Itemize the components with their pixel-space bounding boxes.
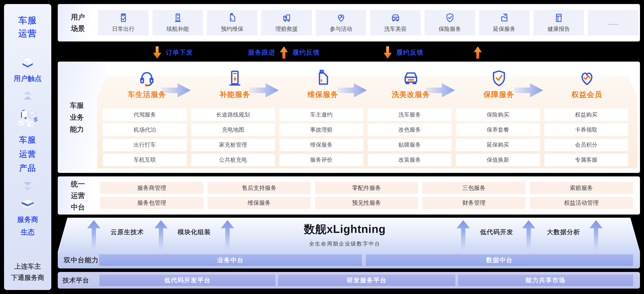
business-column-title: 车生活服务 (128, 90, 166, 100)
heart-pulse-icon (578, 69, 596, 88)
business-capability-panel: 车服 业务 能力 车生活服务 补能服务 (58, 62, 640, 173)
capability-cell: 事故理赔 (280, 124, 363, 136)
flow-label: 服务跟进 (248, 48, 275, 57)
scenario-card-label: 日常出行 (112, 25, 134, 33)
middleware-cell: 三包服务 (422, 182, 526, 194)
dual-platform-label: 双中台能力 (64, 256, 99, 264)
flow-label: 履约反馈 (396, 48, 424, 57)
scenario-card-health-report: 健康报告 (534, 10, 584, 36)
business-column-title: 保障服务 (484, 90, 514, 100)
scenario-card-label: 参与活动 (330, 25, 352, 33)
shield-check-icon (490, 69, 508, 88)
scenario-cards: 日常出行 续航补能 预约维保 (98, 4, 640, 42)
dual-middle-platform-band: 双中台能力 业务中台 数据中台 (58, 252, 640, 268)
base-platform: 云原生技术 模块化组装 数舰xLightning 全生命周期企业级数字中台 低代… (58, 218, 640, 288)
flow-service-follow-feedback: 服务跟进 履约反馈 (248, 44, 320, 61)
capability-cell: 专属客服 (544, 154, 628, 166)
arrow-up-icon (87, 220, 100, 250)
data-middle-platform-bar: 数据中台 (366, 254, 633, 266)
capability-market-bar: 能力共享市场 (458, 274, 633, 286)
middleware-cell: 索赔服务 (530, 182, 633, 194)
scenario-card-insurance: 保险服务 (424, 10, 475, 36)
arrow-down-icon (384, 46, 392, 58)
flow-fulfillment-feedback: 履约反馈 (384, 44, 424, 61)
capability-cell: 改色服务 (368, 124, 452, 136)
business-header-member-rights: 权益会员 (543, 69, 631, 109)
scenario-card-label: 健康报告 (548, 25, 570, 33)
sidebar-item-service-provider-ecosystem: 服务商 生态 (17, 213, 38, 238)
scenario-card-label: 洗车美容 (384, 25, 407, 33)
car-icon (402, 69, 420, 88)
scenario-card-range-recharge: 续航补能 (152, 10, 203, 36)
layered-box-icon (21, 199, 34, 211)
platform-capability-label: 模块化组装 (178, 228, 211, 236)
shield-check-icon (445, 13, 455, 23)
capability-cell: 贴膜服务 (368, 139, 452, 151)
capability-cell: 机场代泊 (103, 124, 187, 136)
sidebar-item-vehicle-service-product: 车服 运营 产品 (19, 133, 36, 175)
user-scenarios-panel: 用户 场景 日常出行 续航补能 (58, 4, 640, 42)
capability-cell: 保险购买 (456, 108, 540, 121)
capability-cell: 长途路线规划 (191, 108, 275, 121)
business-column-title: 补能服务 (220, 90, 250, 100)
platform-top-face: 云原生技术 模块化组装 数舰xLightning 全生命周期企业级数字中台 低代… (58, 218, 640, 252)
scenario-card-maintenance-booking: 预约维保 (207, 10, 258, 36)
capability-cell: 保养套餐 (456, 124, 540, 136)
sidebar-item-user-touchpoint: 用户触点 (14, 74, 42, 83)
arrow-up-icon (154, 220, 168, 250)
scenario-card-extended-warranty: 延保服务 (479, 10, 530, 36)
cubes-cluster-icon (16, 108, 39, 131)
flow-arrows-row: 订单下发 服务跟进 履约反馈 履约反馈 (0, 44, 644, 61)
arrow-down-icon (153, 46, 161, 58)
report-icon (554, 13, 564, 23)
scenario-card-activities: 参与活动 (316, 10, 366, 36)
user-scenarios-label: 用户 场景 (58, 4, 98, 42)
tech-platform-label: 技术平台 (63, 276, 89, 284)
unified-operation-panel: 统一 运营 中台 服务商管理 售后支持服务 零配件服务 三包服务 索赔服务 服务… (58, 176, 640, 214)
warranty-doc-icon (499, 13, 510, 23)
rescue-truck-icon (282, 13, 292, 23)
platform-capability-label: 云原生技术 (110, 228, 144, 236)
arrow-up-icon (522, 220, 535, 250)
business-middle-platform-bar: 业务中台 (99, 254, 362, 266)
middleware-cell: 维保服务 (208, 197, 311, 209)
scenario-card-label: 延保服务 (493, 25, 516, 33)
capability-cell: 代驾服务 (103, 108, 187, 121)
capability-cell: 保值换新 (456, 154, 540, 166)
flow-up-arrow-only (474, 44, 482, 61)
business-capability-cells: 代驾服务 机场代泊 出行打车 车机互联 长途路线规划 充电地图 家充桩管理 公共… (103, 108, 628, 166)
sidebar-title: 车服 运营 (18, 14, 37, 40)
unified-operation-cells: 服务商管理 售后支持服务 零配件服务 三包服务 索赔服务 服务包管理 维保服务 … (98, 176, 640, 214)
scenario-card-label: 保险服务 (439, 25, 461, 33)
business-column-title: 权益会员 (572, 90, 602, 100)
platform-title: 数舰xLightning (304, 222, 386, 237)
scenario-card-claims-rescue: 理赔救援 (261, 10, 312, 36)
platform-capability-label: 大数据分析 (547, 228, 580, 236)
heart-pulse-icon (336, 13, 346, 23)
capability-cell: 洗车服务 (368, 108, 452, 121)
platform-subtitle: 全生命周期企业级数字中台 (304, 240, 386, 248)
flow-label: 订单下发 (166, 48, 193, 57)
capability-cell: 会员积分 (544, 139, 628, 151)
platform-capability-label: 低代码开发 (480, 228, 513, 236)
scenario-card-daily-travel: 日常出行 (98, 10, 148, 36)
unified-operation-label: 统一 运营 中台 (58, 176, 98, 214)
arrow-up-icon (221, 220, 234, 250)
scenario-card-car-wash: 洗车美容 (370, 10, 421, 36)
business-column-title: 维保服务 (308, 90, 338, 100)
charging-pile-icon (173, 13, 183, 23)
capability-cell: 延保购买 (456, 139, 540, 151)
capability-cell: 家充桩管理 (191, 139, 275, 151)
lowcode-platform-bar: 低代码开发平台 (100, 274, 276, 286)
capability-cell: 权益购买 (544, 108, 628, 121)
flow-order-dispatch: 订单下发 (153, 44, 193, 61)
headset-icon (138, 69, 156, 88)
checklist-icon (118, 13, 128, 23)
platform-title-block: 数舰xLightning 全生命周期企业级数字中台 (304, 222, 386, 248)
scenario-card-label: 续航补能 (166, 25, 189, 33)
scenario-card-label: 预约维保 (221, 25, 244, 33)
flow-label: 履约反馈 (292, 48, 320, 57)
capability-cell: 维保服务 (280, 139, 363, 151)
arrow-up-icon (590, 220, 603, 250)
capability-cell: 改装服务 (368, 154, 452, 166)
